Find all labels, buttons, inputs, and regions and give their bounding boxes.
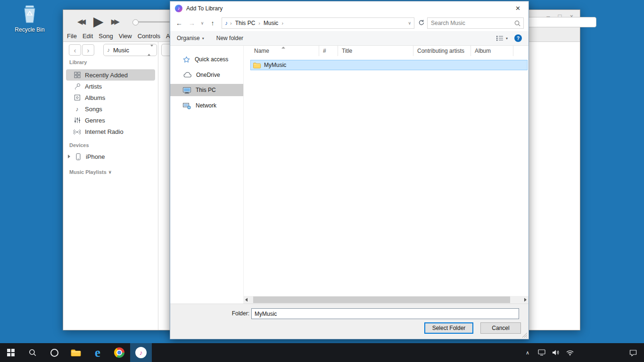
column-header-number[interactable]: # — [319, 46, 338, 56]
itunes-taskbar-button[interactable]: ♪ — [130, 343, 152, 362]
dialog-close-button[interactable]: × — [507, 1, 528, 15]
file-explorer-button[interactable] — [65, 343, 87, 362]
action-center-button[interactable] — [622, 343, 644, 362]
search-box[interactable] — [427, 17, 524, 29]
edge-button[interactable]: e — [87, 343, 108, 362]
dialog-titlebar[interactable]: ♪ Add To Library × — [170, 1, 528, 15]
chrome-button[interactable] — [108, 343, 130, 362]
column-headers: Name # Title Contributing artists Album — [244, 46, 528, 56]
organise-label: Organise — [177, 35, 200, 41]
column-header-artists[interactable]: Contributing artists — [413, 46, 471, 56]
address-bar[interactable]: ♪ › This PC › Music › ∨ — [222, 17, 414, 29]
search-icon — [514, 20, 521, 27]
select-folder-button[interactable]: Select Folder — [424, 322, 473, 334]
itunes-back-button[interactable]: ‹ — [69, 44, 81, 56]
dialog-navigation-bar: ← → ∨ ↑ ♪ › This PC › Music › ∨ — [170, 15, 528, 31]
chrome-icon — [114, 347, 124, 358]
menu-view[interactable]: View — [116, 33, 135, 40]
breadcrumb-separator-icon: › — [281, 20, 283, 26]
next-track-button[interactable]: ▶▶ — [111, 17, 120, 26]
sidebar-item-albums[interactable]: Albums — [66, 92, 155, 103]
sidebar-item-recently-added[interactable]: Recently Added — [66, 69, 155, 81]
playlists-header-row[interactable]: Music Playlists ∨ — [69, 169, 111, 175]
volume-slider[interactable] — [134, 21, 170, 23]
monitor-icon — [538, 349, 545, 356]
recent-locations-chevron[interactable]: ∨ — [199, 21, 205, 25]
back-button[interactable]: ← — [174, 19, 184, 27]
column-header-title[interactable]: Title — [338, 46, 413, 56]
speaker-icon — [552, 349, 560, 356]
file-list: Name # Title Contributing artists Album … — [243, 46, 528, 296]
breadcrumb-music[interactable]: Music — [263, 20, 279, 26]
taskbar-search-button[interactable] — [22, 343, 43, 362]
forward-button[interactable]: → — [187, 19, 197, 27]
column-header-name[interactable]: Name — [244, 46, 319, 56]
start-button[interactable] — [0, 343, 22, 362]
refresh-button[interactable] — [418, 19, 425, 27]
previous-track-button[interactable]: ◀◀ — [77, 17, 86, 26]
sidebar-item-iphone[interactable]: iPhone — [66, 151, 155, 162]
taskbar: e ♪ ∧ — [0, 343, 644, 362]
cancel-button[interactable]: Cancel — [480, 322, 521, 334]
sidebar-item-this-pc[interactable]: This PC — [170, 84, 243, 96]
sidebar-item-quick-access[interactable]: Quick access — [170, 53, 243, 66]
network-button[interactable] — [565, 350, 575, 356]
windows-logo-icon — [7, 349, 15, 356]
help-button[interactable]: ? — [514, 34, 522, 42]
cortana-icon — [50, 349, 58, 357]
sidebar-item-onedrive[interactable]: OneDrive — [170, 69, 243, 81]
sidebar-item-label: Artists — [85, 83, 102, 90]
chevron-down-icon: ▾ — [506, 36, 508, 41]
show-hidden-icons-button[interactable]: ∧ — [522, 350, 533, 356]
cortana-button[interactable] — [43, 343, 65, 362]
sidebar-item-internet-radio[interactable]: Internet Radio — [66, 126, 155, 137]
scroll-left-icon[interactable] — [245, 298, 248, 302]
resize-grip[interactable] — [521, 332, 528, 338]
album-icon — [74, 94, 81, 101]
edge-icon: e — [95, 346, 100, 359]
menu-file[interactable]: File — [64, 33, 80, 40]
folder-label: Folder: — [226, 310, 249, 317]
play-button[interactable]: ▶ — [93, 15, 104, 28]
itunes-search-field[interactable] — [521, 17, 596, 27]
scrollbar-thumb[interactable] — [253, 296, 510, 303]
new-folder-button[interactable]: New folder — [216, 35, 243, 41]
menu-controls[interactable]: Controls — [135, 33, 163, 40]
desktop: Recycle Bin ◀◀ ▶ ▶▶ – □ × File Edit Song… — [0, 0, 644, 362]
up-button[interactable]: ↑ — [207, 19, 218, 27]
folder-name-input[interactable] — [251, 308, 519, 319]
scroll-right-icon[interactable] — [524, 298, 527, 302]
file-row-mymusic[interactable]: MyMusic — [250, 60, 528, 70]
library-header: Library — [69, 59, 87, 65]
sidebar-item-network[interactable]: Network — [170, 99, 243, 112]
music-folder-icon: ♪ — [225, 20, 228, 26]
broadcast-icon — [74, 128, 81, 135]
refresh-icon — [418, 19, 425, 26]
sidebar-item-label: Genres — [85, 117, 105, 124]
breadcrumb-this-pc[interactable]: This PC — [234, 20, 256, 26]
change-view-button[interactable]: ▾ — [496, 35, 508, 41]
media-kind-selector[interactable]: ♪ Music — [103, 44, 157, 56]
sort-ascending-icon — [281, 47, 285, 49]
sidebar-item-songs[interactable]: ♪ Songs — [66, 103, 155, 115]
horizontal-scrollbar[interactable] — [243, 296, 528, 304]
action-center-icon — [629, 349, 637, 356]
recycle-bin-label: Recycle Bin — [13, 26, 46, 33]
search-input[interactable] — [428, 18, 523, 28]
organise-button[interactable]: Organise ▾ — [177, 35, 204, 41]
chevron-down-icon: ▾ — [202, 36, 204, 41]
computer-icon — [183, 87, 191, 94]
itunes-forward-button[interactable]: › — [82, 44, 94, 56]
pc-status-button[interactable] — [537, 349, 547, 356]
menu-edit[interactable]: Edit — [80, 33, 96, 40]
column-header-album[interactable]: Album — [471, 46, 513, 56]
sidebar-item-genres[interactable]: Genres — [66, 115, 155, 126]
menu-song[interactable]: Song — [96, 33, 116, 40]
recycle-bin[interactable]: Recycle Bin — [13, 4, 46, 33]
address-dropdown-chevron[interactable]: ∨ — [408, 21, 411, 25]
volume-button[interactable] — [551, 349, 561, 356]
sidebar-item-artists[interactable]: Artists — [66, 81, 155, 92]
search-icon — [28, 348, 37, 357]
folder-icon — [253, 62, 261, 68]
expand-triangle-icon[interactable] — [68, 155, 70, 158]
